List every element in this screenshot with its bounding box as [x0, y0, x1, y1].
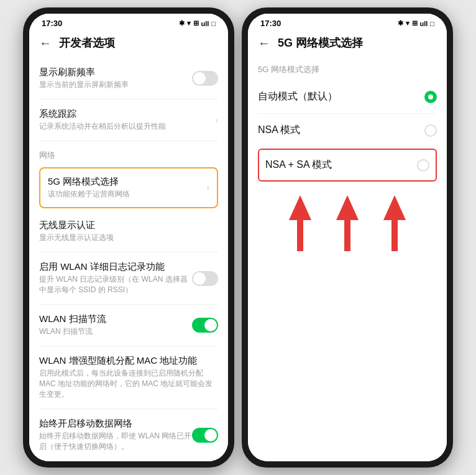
- radio-nsa[interactable]: NSA 模式: [258, 114, 437, 147]
- bluetooth-icon: ✱: [179, 19, 185, 27]
- time-left: 17:30: [42, 19, 62, 28]
- wifi-icon-r: ▾: [406, 19, 410, 27]
- battery-icon: □: [211, 20, 216, 27]
- refresh-rate-subtitle: 显示当前的显示屏刷新频率: [39, 80, 192, 90]
- content-right: 5G 网络模式选择 自动模式（默认） NSA 模式 NSA + SA 模式: [248, 58, 447, 461]
- 5g-mode-chevron: ›: [206, 183, 209, 193]
- wlan-log-toggle[interactable]: [192, 271, 218, 286]
- radio-auto-circle[interactable]: [424, 91, 437, 103]
- signal2-icon-r: ull: [420, 20, 428, 27]
- wlan-mac-title: WLAN 增强型随机分配 MAC 地址功能: [39, 355, 218, 367]
- page-title-right: 5G 网络模式选择: [278, 35, 363, 50]
- arrow-up-1: [289, 195, 311, 220]
- right-phone: 17:30 ✱ ▾ ⊞ ull □ ← 5G 网络模式选择 5G 网络模式选择 …: [242, 7, 453, 468]
- status-icons-left: ✱ ▾ ⊞ ull □: [179, 19, 216, 27]
- back-button-left[interactable]: ←: [39, 36, 52, 50]
- radio-nsa-sa-label: NSA + SA 模式: [265, 159, 332, 172]
- radio-auto[interactable]: 自动模式（默认）: [258, 80, 437, 114]
- wlan-scan-title: WLAN 扫描节流: [39, 313, 192, 325]
- 5g-mode-title: 5G 网络模式选择: [48, 176, 206, 188]
- setting-mobile-data[interactable]: 始终开启移动数据网络 始终开启移动数据网络，即使 WLAN 网络已开启（便于快速…: [39, 409, 218, 461]
- right-phone-screen: 17:30 ✱ ▾ ⊞ ull □ ← 5G 网络模式选择 5G 网络模式选择 …: [248, 14, 447, 461]
- arrow-2: [336, 195, 359, 251]
- page-title-left: 开发者选项: [59, 35, 115, 50]
- refresh-rate-toggle[interactable]: [192, 71, 218, 86]
- refresh-rate-title: 显示刷新频率: [39, 67, 192, 78]
- setting-system-trace[interactable]: 系统跟踪 记录系统活动并在稍后分析以提升性能 ›: [39, 99, 218, 141]
- signal-icon-r: ⊞: [412, 19, 418, 27]
- wlan-log-subtitle: 提升 WLAN 日志记录级别（在 WLAN 选择器中显示每个 SSID 的 RS…: [39, 274, 192, 295]
- setting-wireless-cert[interactable]: 无线显示认证 显示无线显示认证选项: [39, 211, 218, 252]
- setting-5g-mode[interactable]: 5G 网络模式选择 该功能依赖于运营商网络 ›: [39, 167, 218, 208]
- radio-nsa-sa[interactable]: NSA + SA 模式: [258, 149, 437, 182]
- signal2-icon: ull: [201, 20, 209, 27]
- arrow-up-3: [383, 195, 406, 220]
- radio-nsa-circle[interactable]: [424, 124, 437, 137]
- wlan-scan-toggle[interactable]: [192, 318, 218, 333]
- status-bar-left: 17:30 ✱ ▾ ⊞ ull □: [29, 14, 228, 30]
- status-icons-right: ✱ ▾ ⊞ ull □: [398, 19, 435, 27]
- wlan-mac-subtitle: 启用此模式后，每当此设备连接到已启用随机分配 MAC 地址功能的网络时，它的 M…: [39, 368, 218, 400]
- system-trace-subtitle: 记录系统活动并在稍后分析以提升性能: [39, 121, 215, 132]
- network-section-header: 网络: [39, 141, 218, 165]
- status-bar-right: 17:30 ✱ ▾ ⊞ ull □: [248, 14, 447, 30]
- radio-nsa-sa-circle[interactable]: [417, 159, 429, 172]
- wireless-cert-subtitle: 显示无线显示认证选项: [39, 233, 218, 243]
- arrow-shaft-1: [297, 220, 303, 251]
- wifi-icon: ▾: [187, 19, 191, 27]
- left-phone-screen: 17:30 ✱ ▾ ⊞ ull □ ← 开发者选项 显示刷新频率 显示当前的显示…: [29, 14, 228, 461]
- arrow-1: [289, 195, 311, 251]
- mobile-data-subtitle: 始终开启移动数据网络，即使 WLAN 网络已开启（便于快速切换网络）。: [39, 431, 192, 452]
- 5g-mode-subtitle: 该功能依赖于运营商网络: [48, 189, 206, 200]
- system-trace-chevron: ›: [215, 115, 218, 125]
- back-button-right[interactable]: ←: [258, 36, 270, 50]
- radio-nsa-label: NSA 模式: [258, 124, 300, 137]
- setting-wlan-mac[interactable]: WLAN 增强型随机分配 MAC 地址功能 启用此模式后，每当此设备连接到已启用…: [39, 346, 218, 409]
- arrow-shaft-2: [344, 220, 350, 251]
- time-right: 17:30: [260, 19, 281, 28]
- wireless-cert-title: 无线显示认证: [39, 219, 218, 231]
- top-bar-right: ← 5G 网络模式选择: [248, 30, 447, 58]
- system-trace-title: 系统跟踪: [39, 108, 215, 120]
- battery-icon-r: □: [430, 20, 434, 27]
- wlan-scan-subtitle: WLAN 扫描节流: [39, 326, 192, 337]
- setting-refresh-rate[interactable]: 显示刷新频率 显示当前的显示屏刷新频率: [39, 58, 218, 99]
- mobile-data-toggle[interactable]: [192, 428, 218, 443]
- arrows-area: [258, 183, 437, 257]
- signal-icon: ⊞: [193, 19, 199, 27]
- radio-section-label: 5G 网络模式选择: [258, 58, 437, 80]
- setting-wlan-log[interactable]: 启用 WLAN 详细日志记录功能 提升 WLAN 日志记录级别（在 WLAN 选…: [39, 252, 218, 305]
- mobile-data-title: 始终开启移动数据网络: [39, 418, 192, 430]
- setting-wlan-scan[interactable]: WLAN 扫描节流 WLAN 扫描节流: [39, 305, 218, 346]
- left-phone: 17:30 ✱ ▾ ⊞ ull □ ← 开发者选项 显示刷新频率 显示当前的显示…: [23, 7, 234, 468]
- arrow-up-2: [336, 195, 359, 220]
- bluetooth-icon-r: ✱: [398, 19, 403, 27]
- top-bar-left: ← 开发者选项: [29, 30, 228, 58]
- arrow-3: [383, 195, 406, 251]
- wlan-log-title: 启用 WLAN 详细日志记录功能: [39, 261, 192, 273]
- radio-auto-label: 自动模式（默认）: [258, 90, 337, 103]
- content-left: 显示刷新频率 显示当前的显示屏刷新频率 系统跟踪 记录系统活动并在稍后分析以提升…: [29, 58, 228, 461]
- arrow-shaft-3: [391, 220, 398, 251]
